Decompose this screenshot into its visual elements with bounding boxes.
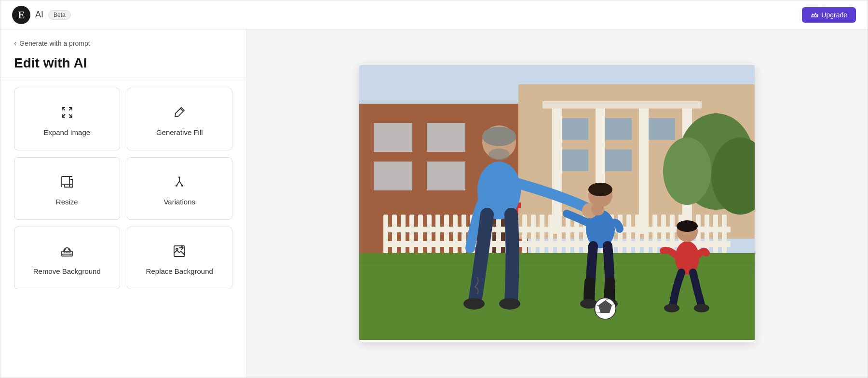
page-heading: Edit with AI <box>14 55 232 71</box>
svg-point-95 <box>694 304 709 312</box>
replace-bg-icon <box>173 244 186 260</box>
svg-rect-49 <box>522 215 527 253</box>
svg-rect-33 <box>383 215 388 253</box>
svg-rect-21 <box>605 118 632 140</box>
tool-card-replace-background[interactable]: Replace Background <box>127 227 233 289</box>
svg-rect-40 <box>444 215 449 253</box>
expand-icon <box>60 106 74 122</box>
svg-rect-41 <box>453 215 458 253</box>
svg-rect-39 <box>435 215 440 253</box>
logo-icon: E <box>12 6 30 24</box>
svg-rect-0 <box>62 176 69 184</box>
svg-rect-22 <box>649 118 675 140</box>
crown-icon <box>811 11 818 19</box>
beta-badge: Beta <box>48 10 71 20</box>
app-container: E AI Beta Upgrade ‹ Generate with a prom… <box>0 0 868 378</box>
remove-bg-icon <box>60 244 74 260</box>
svg-point-2 <box>176 185 177 187</box>
svg-rect-64 <box>652 215 657 253</box>
header-left: E AI Beta <box>12 6 71 24</box>
svg-point-3 <box>181 185 183 187</box>
variations-icon <box>173 175 186 191</box>
svg-rect-52 <box>548 215 553 253</box>
svg-rect-46 <box>496 215 501 253</box>
tool-card-variations[interactable]: Variations <box>127 157 233 220</box>
tool-label-generative-fill: Generative Fill <box>156 128 203 136</box>
upgrade-button[interactable]: Upgrade <box>802 7 856 23</box>
tool-card-expand-image[interactable]: Expand Image <box>14 88 120 150</box>
svg-point-94 <box>664 304 679 312</box>
svg-rect-53 <box>557 215 562 253</box>
svg-rect-4 <box>62 251 72 256</box>
svg-point-6 <box>176 248 178 250</box>
svg-rect-51 <box>540 215 544 253</box>
svg-point-79 <box>488 148 510 160</box>
logo-letter: E <box>18 9 25 21</box>
svg-point-30 <box>663 137 711 205</box>
svg-rect-19 <box>542 101 702 108</box>
svg-rect-34 <box>392 215 397 253</box>
svg-point-81 <box>499 298 520 310</box>
svg-rect-72 <box>722 215 727 253</box>
main-image-container <box>359 65 755 342</box>
tool-label-remove-background: Remove Background <box>33 267 101 275</box>
app-title: AI <box>35 10 43 20</box>
svg-rect-23 <box>562 149 588 171</box>
back-chevron-icon: ‹ <box>14 39 16 48</box>
svg-rect-17 <box>639 104 649 234</box>
svg-point-1 <box>178 176 180 178</box>
upgrade-label: Upgrade <box>821 11 847 19</box>
svg-rect-63 <box>644 215 649 253</box>
svg-rect-62 <box>635 215 640 253</box>
main-image <box>359 65 755 340</box>
back-link-label: Generate with a prompt <box>19 40 90 47</box>
svg-rect-24 <box>605 149 632 171</box>
svg-rect-20 <box>562 118 588 140</box>
svg-rect-9 <box>374 123 412 152</box>
main-content: ‹ Generate with a prompt Edit with AI Ex… <box>0 29 868 378</box>
svg-rect-70 <box>705 215 709 253</box>
svg-rect-66 <box>670 215 675 253</box>
sidebar-top: ‹ Generate with a prompt Edit with AI <box>0 29 246 78</box>
tool-card-generative-fill[interactable]: Generative Fill <box>127 88 233 150</box>
svg-rect-54 <box>566 215 570 253</box>
svg-point-93 <box>677 220 698 232</box>
sidebar: ‹ Generate with a prompt Edit with AI Ex… <box>0 29 246 378</box>
svg-rect-61 <box>626 215 631 253</box>
svg-rect-12 <box>427 162 465 190</box>
tool-label-replace-background: Replace Background <box>146 267 213 275</box>
header: E AI Beta Upgrade <box>0 0 868 29</box>
svg-rect-10 <box>427 123 465 152</box>
tool-card-remove-background[interactable]: Remove Background <box>14 227 120 289</box>
svg-rect-50 <box>531 215 536 253</box>
svg-rect-37 <box>418 215 423 253</box>
pen-icon <box>173 106 186 122</box>
svg-rect-35 <box>401 215 406 253</box>
svg-point-80 <box>463 298 485 310</box>
svg-rect-11 <box>374 162 412 190</box>
svg-rect-71 <box>713 215 718 253</box>
tool-label-resize: Resize <box>56 198 78 206</box>
svg-point-84 <box>588 183 612 196</box>
back-link[interactable]: ‹ Generate with a prompt <box>14 39 232 48</box>
tool-label-expand-image: Expand Image <box>43 128 90 136</box>
resize-icon <box>60 175 74 191</box>
svg-rect-15 <box>552 104 562 234</box>
svg-rect-38 <box>427 215 432 253</box>
image-panel <box>246 29 868 378</box>
svg-rect-36 <box>409 215 414 253</box>
svg-point-97 <box>591 202 605 216</box>
tool-label-variations: Variations <box>163 198 195 206</box>
tools-grid: Expand Image Generative Fill <box>0 78 246 299</box>
svg-point-78 <box>482 127 516 146</box>
tool-card-resize[interactable]: Resize <box>14 157 120 220</box>
